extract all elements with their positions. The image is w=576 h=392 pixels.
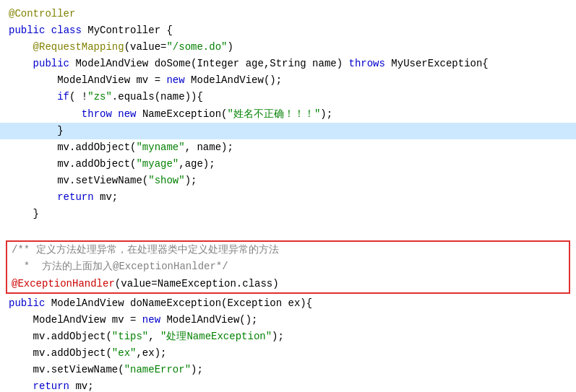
code-line: mv.addObject("ex",ex); (0, 345, 576, 362)
code-line: mv.addObject("myage",age); (0, 156, 576, 173)
code-line: @Controller (0, 6, 576, 22)
code-line: } (0, 206, 576, 222)
code-line: public ModelAndView doSome(Integer age,S… (0, 56, 576, 72)
code-line: mv.addObject("myname", name); (0, 139, 576, 156)
code-editor: @Controller public class MyController { … (0, 0, 576, 392)
code-line: ModelAndView mv = new ModelAndView(); (0, 312, 576, 328)
code-line (0, 222, 576, 239)
code-line: public ModelAndView doNameException(Exce… (0, 295, 576, 312)
code-line: mv.setViewName("show"); (0, 173, 576, 189)
code-line-comment1: /** 定义方法处理异常，在处理器类中定义处理异常的方法 (7, 242, 569, 258)
code-line: return mv; (0, 378, 576, 392)
exception-handler-box: /** 定义方法处理异常，在处理器类中定义处理异常的方法 * 方法的上面加入@E… (6, 240, 570, 293)
code-line: @RequestMapping(value="/some.do") (0, 39, 576, 56)
code-line: public class MyController { (0, 22, 576, 39)
code-line: mv.setViewName("nameError"); (0, 362, 576, 378)
code-line: return mv; (0, 189, 576, 206)
code-line-comment2: * 方法的上面加入@ExceptionHanlder*/ (7, 258, 569, 275)
code-line: if( !"zs".equals(name)){ (0, 89, 576, 105)
code-line-throw: throw new NameException("姓名不正确！！！"); (0, 106, 576, 123)
code-line-annotation: @ExceptionHandler(value=NameException.cl… (7, 276, 569, 292)
code-line-highlighted: } (0, 123, 576, 139)
code-line: ModelAndView mv = new ModelAndView(); (0, 72, 576, 89)
code-line: mv.addObject("tips", "处理NameException"); (0, 328, 576, 345)
